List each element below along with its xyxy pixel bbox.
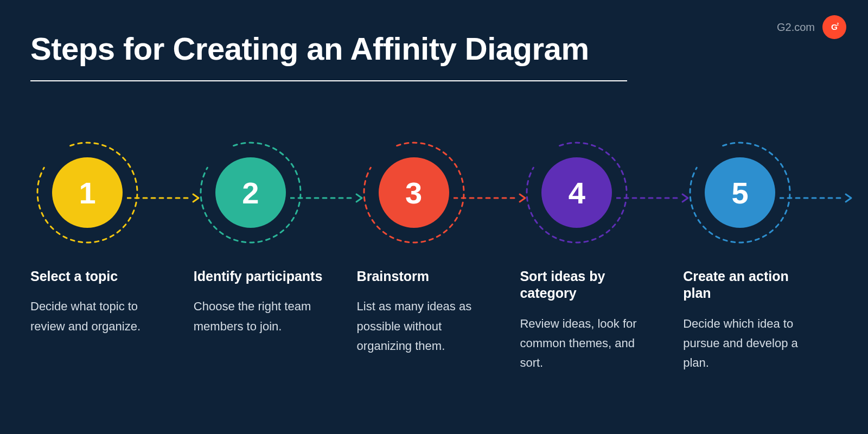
step-number: 4 xyxy=(569,175,585,210)
step-circle-wrap: 2 xyxy=(194,136,308,250)
step-1: 1 Select a topic Decide what topic to re… xyxy=(30,136,194,373)
step-body: Review ideas, look for common themes, an… xyxy=(520,314,650,373)
step-title: Brainstorm xyxy=(357,268,487,285)
connector-arrow-icon xyxy=(454,193,529,203)
step-number-badge: 2 xyxy=(215,157,286,228)
step-2: 2 Identify participants Choose the right… xyxy=(194,136,357,373)
step-circle-wrap: 3 xyxy=(357,136,471,250)
connector-arrow-icon xyxy=(616,193,692,203)
step-number-badge: 3 xyxy=(379,157,449,228)
step-4: 4 Sort ideas by category Review ideas, l… xyxy=(520,136,683,373)
step-title: Identify participants xyxy=(194,268,324,285)
step-number: 5 xyxy=(732,175,749,210)
step-body: List as many ideas as possible without o… xyxy=(357,297,487,356)
connector-arrow-icon xyxy=(127,193,203,203)
step-circle-wrap: 5 xyxy=(683,136,797,250)
step-title: Sort ideas by category xyxy=(520,268,650,302)
step-body: Decide which idea to pursue and develop … xyxy=(683,314,813,373)
step-3: 3 Brainstorm List as many ideas as possi… xyxy=(357,136,520,373)
step-number: 2 xyxy=(242,175,259,210)
page-title: Steps for Creating an Affinity Diagram xyxy=(30,30,589,67)
step-number-badge: 4 xyxy=(541,157,612,228)
connector-arrow-icon xyxy=(780,193,856,203)
connector-arrow-icon xyxy=(290,193,366,203)
step-body: Choose the right team members to join. xyxy=(194,297,324,336)
g2-logo-icon: G 2 xyxy=(822,15,846,39)
brand: G2.com G 2 xyxy=(777,15,846,39)
steps-row: 1 Select a topic Decide what topic to re… xyxy=(30,136,846,373)
step-body: Decide what topic to review and organize… xyxy=(30,297,161,336)
svg-text:2: 2 xyxy=(837,22,839,26)
step-number: 3 xyxy=(405,175,422,210)
title-underline xyxy=(30,80,627,81)
step-title: Select a topic xyxy=(30,268,161,285)
step-title: Create an action plan xyxy=(683,268,813,302)
step-number-badge: 1 xyxy=(52,157,123,228)
step-5: 5 Create an action plan Decide which ide… xyxy=(683,136,846,373)
step-circle-wrap: 1 xyxy=(30,136,144,250)
step-number: 1 xyxy=(79,175,95,210)
step-number-badge: 5 xyxy=(705,157,775,228)
brand-label: G2.com xyxy=(777,21,815,34)
step-circle-wrap: 4 xyxy=(520,136,634,250)
